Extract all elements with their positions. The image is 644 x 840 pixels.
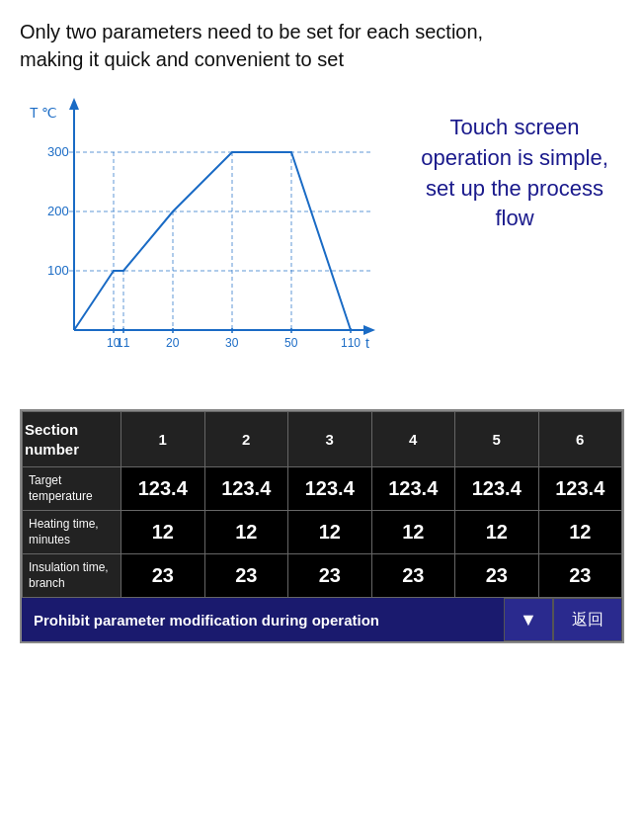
svg-text:110: 110 bbox=[341, 336, 361, 350]
chart-left: T ℃ t 100 200 300 10 11 bbox=[20, 83, 395, 399]
svg-text:11: 11 bbox=[117, 336, 130, 350]
svg-text:30: 30 bbox=[225, 336, 239, 350]
svg-text:t: t bbox=[365, 335, 369, 351]
svg-text:T ℃: T ℃ bbox=[30, 105, 57, 121]
heating-time-label: Heating time, minutes bbox=[23, 511, 121, 554]
heating-time-1[interactable]: 12 bbox=[121, 511, 205, 554]
heating-time-3[interactable]: 12 bbox=[288, 511, 372, 554]
chart-annotation-text: Touch screen operation is simple, set up… bbox=[405, 113, 624, 234]
svg-text:200: 200 bbox=[47, 204, 69, 218]
svg-text:20: 20 bbox=[166, 336, 180, 350]
prohibit-text: Prohibit parameter modification during o… bbox=[22, 612, 504, 629]
target-temp-4[interactable]: 123.4 bbox=[371, 467, 455, 511]
col-header-2[interactable]: 2 bbox=[204, 412, 288, 467]
col-header-1[interactable]: 1 bbox=[121, 412, 205, 467]
table-row: Target temperature 123.4 123.4 123.4 123… bbox=[23, 467, 622, 511]
parameter-table: Section number 1 2 3 4 5 6 Target temper… bbox=[22, 411, 622, 598]
insulation-time-5[interactable]: 23 bbox=[455, 554, 539, 598]
target-temp-1[interactable]: 123.4 bbox=[121, 467, 205, 511]
insulation-time-3[interactable]: 23 bbox=[288, 554, 372, 598]
chart-area: T ℃ t 100 200 300 10 11 bbox=[0, 83, 644, 399]
table-row: Heating time, minutes 12 12 12 12 12 12 bbox=[23, 511, 622, 554]
target-temp-label: Target temperature bbox=[23, 467, 121, 511]
temperature-chart: T ℃ t 100 200 300 10 11 bbox=[20, 83, 385, 379]
insulation-time-1[interactable]: 23 bbox=[121, 554, 205, 598]
insulation-time-2[interactable]: 23 bbox=[204, 554, 288, 598]
svg-marker-2 bbox=[69, 98, 79, 110]
bottom-bar: Prohibit parameter modification during o… bbox=[22, 598, 622, 641]
svg-text:300: 300 bbox=[47, 144, 69, 159]
top-line2: making it quick and convenient to set bbox=[20, 48, 344, 70]
svg-marker-3 bbox=[363, 325, 375, 335]
heating-time-2[interactable]: 12 bbox=[204, 511, 288, 554]
table-header-row: Section number 1 2 3 4 5 6 bbox=[23, 412, 622, 467]
col-header-3[interactable]: 3 bbox=[288, 412, 372, 467]
insulation-time-6[interactable]: 23 bbox=[538, 554, 622, 598]
target-temp-5[interactable]: 123.4 bbox=[455, 467, 539, 511]
svg-text:100: 100 bbox=[47, 263, 69, 278]
data-table-wrapper: Section number 1 2 3 4 5 6 Target temper… bbox=[20, 409, 624, 643]
heating-time-5[interactable]: 12 bbox=[455, 511, 539, 554]
col-header-6[interactable]: 6 bbox=[538, 412, 622, 467]
top-description: Only two parameters need to be set for e… bbox=[0, 0, 644, 83]
insulation-time-label: Insulation time, branch bbox=[23, 554, 121, 598]
col-header-5[interactable]: 5 bbox=[455, 412, 539, 467]
top-line1: Only two parameters need to be set for e… bbox=[20, 21, 483, 42]
target-temp-3[interactable]: 123.4 bbox=[288, 467, 372, 511]
heating-time-4[interactable]: 12 bbox=[371, 511, 455, 554]
chart-annotation: Touch screen operation is simple, set up… bbox=[395, 83, 624, 399]
return-button[interactable]: 返回 bbox=[553, 598, 622, 641]
arrow-down-button[interactable]: ▼ bbox=[504, 598, 553, 641]
target-temp-2[interactable]: 123.4 bbox=[204, 467, 288, 511]
target-temp-6[interactable]: 123.4 bbox=[538, 467, 622, 511]
col-header-4[interactable]: 4 bbox=[371, 412, 455, 467]
svg-text:50: 50 bbox=[284, 336, 298, 350]
insulation-time-4[interactable]: 23 bbox=[371, 554, 455, 598]
heating-time-6[interactable]: 12 bbox=[538, 511, 622, 554]
table-row: Insulation time, branch 23 23 23 23 23 2… bbox=[23, 554, 622, 598]
section-number-header: Section number bbox=[23, 412, 121, 467]
